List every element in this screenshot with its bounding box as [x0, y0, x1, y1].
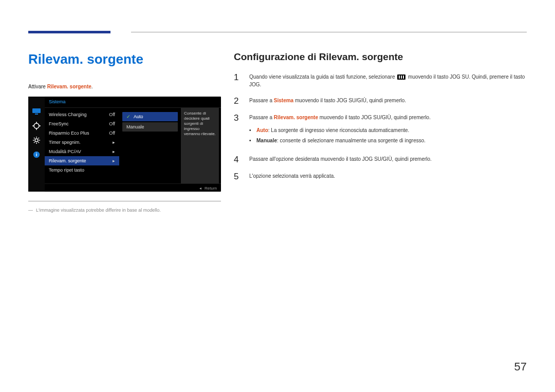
bullet-text: : consente di selezionare manualmente un… — [277, 138, 425, 143]
step-4: 4 Passare all'opzione desiderata muovend… — [234, 155, 527, 164]
step-body: Passare a Rilevam. sorgente muovendo il … — [249, 114, 527, 147]
step-text: Quando viene visualizzata la guida ai ta… — [249, 74, 396, 80]
osd-footer: ◂ Return — [45, 183, 221, 192]
chevron-right-icon: ▸ — [113, 140, 115, 145]
header-divider — [131, 32, 527, 32]
bullet-text: : La sorgente di ingresso viene riconosc… — [268, 127, 410, 133]
chevron-right-icon: ▸ — [113, 149, 115, 154]
osd-option-label: Auto — [134, 114, 143, 119]
svg-text:i: i — [36, 152, 38, 157]
step-text: Passare a — [249, 98, 274, 103]
osd-row-label: FreeSync — [49, 121, 69, 126]
svg-rect-1 — [35, 114, 38, 115]
footnote-text: L'immagine visualizzata potrebbe differi… — [28, 208, 221, 213]
osd-row-wireless: Wireless ChargingOff — [45, 110, 119, 119]
menu-bars-icon — [397, 74, 405, 80]
step-text: Passare a — [249, 115, 274, 120]
svg-rect-0 — [32, 108, 41, 113]
steps-list: 1 Quando viene visualizzata la guida ai … — [234, 73, 527, 181]
section-title: Rilevam. sorgente — [28, 51, 221, 67]
svg-line-12 — [34, 138, 35, 139]
bullet-manuale: Manuale: consente di selezionare manualm… — [249, 137, 527, 145]
osd-row-label: Timer spegnim. — [49, 140, 81, 145]
step-body: L'opzione selezionata verrà applicata. — [249, 172, 527, 181]
osd-submenu: ✓ Auto Manuale — [119, 108, 181, 183]
osd-row-timer: Timer spegnim.▸ — [45, 138, 119, 147]
svg-line-14 — [34, 142, 35, 143]
osd-row-tempo: Tempo ripet tasto — [45, 165, 119, 175]
triangle-left-icon: ◂ — [199, 186, 201, 191]
osd-option-label: Manuale — [126, 124, 144, 129]
osd-row-label: Wireless Charging — [49, 112, 87, 117]
step-text: muovendo il tasto JOG SU/GIÙ, quindi pre… — [293, 98, 406, 103]
step-text: muovendo il tasto JOG SU/GIÙ, quindi pre… — [318, 115, 431, 120]
target-icon — [32, 121, 41, 130]
step-body: Passare a Sistema muovendo il tasto JOG … — [249, 97, 527, 105]
osd-row-value: Off — [109, 112, 115, 117]
osd-description: Consente di decidere quali sorgenti di i… — [181, 108, 219, 183]
svg-line-13 — [39, 142, 40, 143]
gear-icon — [32, 136, 41, 145]
osd-row-label: Tempo ripet tasto — [49, 167, 84, 173]
activate-text: Attivare Rilevam. sorgente. — [28, 84, 221, 89]
osd-row-value: Off — [109, 130, 115, 136]
osd-menu-list: Wireless ChargingOff FreeSyncOff Risparm… — [45, 108, 119, 183]
step-body: Quando viene visualizzata la guida ai ta… — [249, 73, 527, 88]
osd-body: Wireless ChargingOff FreeSyncOff Risparm… — [45, 108, 221, 183]
bullet-auto: Auto: La sorgente di ingresso viene rico… — [249, 126, 527, 135]
svg-point-7 — [35, 139, 38, 142]
osd-option-auto: ✓ Auto — [122, 112, 178, 121]
step-number: 4 — [234, 155, 242, 164]
activate-prefix: Attivare — [28, 84, 47, 89]
step-number: 3 — [234, 114, 242, 147]
footnote-divider — [28, 201, 221, 201]
bullet-bold: Manuale — [256, 138, 277, 143]
activate-highlight: Rilevam. sorgente — [47, 84, 91, 89]
page-number: 57 — [514, 360, 527, 374]
osd-row-pcav: Modalità PC/AV▸ — [45, 147, 119, 156]
osd-return-label: Return — [205, 186, 217, 191]
step-3: 3 Passare a Rilevam. sorgente muovendo i… — [234, 114, 527, 147]
osd-title: Sistema — [45, 97, 221, 108]
svg-point-2 — [34, 123, 39, 128]
step-body: Passare all'opzione desiderata muovendo … — [249, 155, 527, 164]
bullet-highlight: Auto — [256, 127, 268, 133]
left-column: Rilevam. sorgente Attivare Rilevam. sorg… — [28, 51, 221, 213]
step-2: 2 Passare a Sistema muovendo il tasto JO… — [234, 97, 527, 105]
osd-nav-icons: i — [28, 97, 45, 192]
monitor-icon — [32, 107, 41, 116]
step-5: 5 L'opzione selezionata verrà applicata. — [234, 172, 527, 181]
svg-line-15 — [39, 138, 40, 139]
chevron-right-icon: ▸ — [113, 158, 115, 163]
step-highlight: Sistema — [274, 98, 293, 103]
step-3-bullets: Auto: La sorgente di ingresso viene rico… — [249, 126, 527, 145]
osd-row-value: Off — [109, 121, 115, 126]
osd-row-rilevam: Rilevam. sorgente▸ — [45, 156, 119, 165]
step-number: 1 — [234, 73, 242, 88]
header-accent-bar — [28, 31, 110, 33]
step-highlight: Rilevam. sorgente — [274, 115, 318, 120]
osd-row-freesync: FreeSyncOff — [45, 119, 119, 128]
osd-main-panel: Sistema Wireless ChargingOff FreeSyncOff… — [45, 97, 221, 192]
osd-row-label: Modalità PC/AV — [49, 149, 81, 154]
osd-screenshot: i Sistema Wireless ChargingOff FreeSyncO… — [28, 97, 221, 192]
osd-row-eco: Risparmio Eco PlusOff — [45, 128, 119, 138]
right-column: Configurazione di Rilevam. sorgente 1 Qu… — [234, 51, 527, 181]
osd-option-manuale: Manuale — [122, 122, 178, 132]
activate-suffix: . — [91, 84, 93, 89]
config-title: Configurazione di Rilevam. sorgente — [234, 51, 527, 63]
osd-row-label: Risparmio Eco Plus — [49, 130, 89, 136]
check-icon: ✓ — [126, 114, 131, 119]
info-icon: i — [32, 150, 41, 159]
step-number: 2 — [234, 97, 242, 105]
osd-row-label: Rilevam. sorgente — [49, 158, 86, 163]
step-number: 5 — [234, 172, 242, 181]
step-1: 1 Quando viene visualizzata la guida ai … — [234, 73, 527, 88]
